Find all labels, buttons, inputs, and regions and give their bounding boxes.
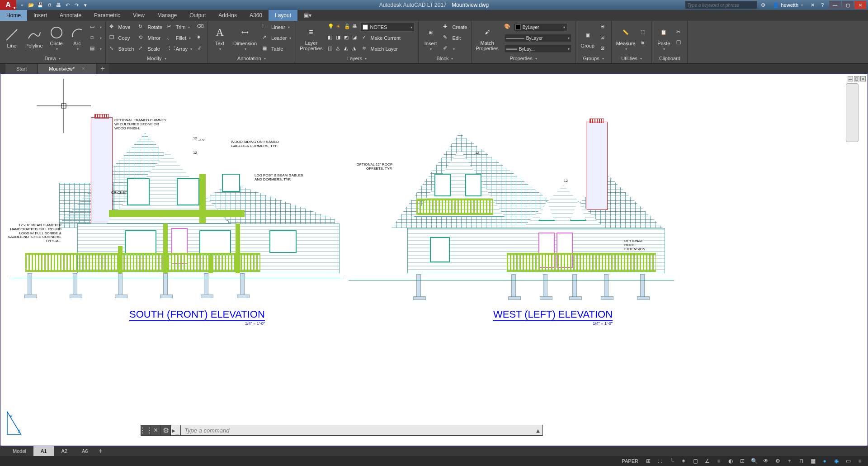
drawing-canvas[interactable]: — ▢ ×: [0, 74, 868, 446]
erase-button[interactable]: ⌫: [195, 22, 206, 32]
edit-block-button[interactable]: ✎Edit: [441, 33, 469, 43]
linear-button[interactable]: ⊢Linear▾: [260, 22, 293, 32]
linetype-dropdown[interactable]: ————ByLayer▾: [504, 34, 572, 42]
close-button[interactable]: ✕: [854, 1, 866, 9]
layout-tab-model[interactable]: Model: [5, 446, 33, 456]
user-menu[interactable]: 👤 hewetth ▾: [769, 2, 807, 8]
panel-modify-label[interactable]: Modify▾: [108, 54, 206, 62]
isolate-icon[interactable]: ●: [819, 456, 830, 466]
array-button[interactable]: ⋮⋮Array▾: [165, 44, 194, 54]
osnap-icon[interactable]: ▢: [690, 456, 701, 466]
measure-button[interactable]: 📏Measure▾: [613, 24, 638, 52]
polyline-button[interactable]: Polyline: [23, 27, 46, 49]
cmd-grip-icon[interactable]: ⋮⋮: [141, 425, 151, 435]
layer-tool-icon[interactable]: ◮: [352, 45, 359, 52]
panel-annotation-label[interactable]: Annotation▾: [210, 54, 293, 62]
cmd-history-icon[interactable]: ▴: [533, 425, 542, 435]
color-icon[interactable]: 🎨: [504, 24, 511, 31]
text-button[interactable]: AText▾: [210, 24, 230, 52]
cmd-close-icon[interactable]: ×: [151, 425, 161, 435]
tab-a360[interactable]: A360: [243, 10, 269, 21]
layer-tool-icon[interactable]: ◧: [328, 34, 335, 42]
help-icon[interactable]: ?: [818, 1, 826, 9]
tab-output[interactable]: Output: [183, 10, 212, 21]
circle-button[interactable]: Circle▾: [47, 24, 66, 52]
layer-dropdown[interactable]: NOTES▾: [360, 23, 415, 32]
offset-button[interactable]: ⫽: [195, 44, 206, 54]
insert-button[interactable]: ⊞Insert▾: [420, 24, 440, 52]
panel-utilities-label[interactable]: Utilities▾: [613, 54, 650, 62]
tab-insert[interactable]: Insert: [27, 10, 53, 21]
leader-button[interactable]: ↗Leader▾: [260, 33, 293, 43]
panel-groups-label[interactable]: Groups▾: [578, 54, 609, 62]
match-properties-button[interactable]: 🖌Match Properties: [473, 24, 501, 52]
match-layer-button[interactable]: ◫ ◬ ◭ ◮ ≋Match Layer: [326, 44, 416, 54]
clean-icon[interactable]: ▭: [843, 456, 854, 466]
dimension-button[interactable]: ⟷Dimension▾: [231, 24, 259, 52]
layer-tool-icon[interactable]: ◪: [352, 34, 359, 42]
layout-tab-a1[interactable]: A1: [33, 446, 54, 456]
paste-button[interactable]: 📋Paste▾: [654, 24, 674, 52]
new-tab-button[interactable]: +: [96, 64, 109, 74]
tab-view[interactable]: View: [127, 10, 151, 21]
group-button[interactable]: ▣Group: [578, 27, 598, 49]
app-logo[interactable]: A: [0, 0, 16, 10]
panel-layers-label[interactable]: Layers▾: [297, 54, 416, 62]
redo-icon[interactable]: ↷: [72, 1, 80, 9]
tab-parametric[interactable]: Parametric: [88, 10, 127, 21]
new-icon[interactable]: ▫: [18, 1, 26, 9]
grid-icon[interactable]: ⊞: [643, 456, 654, 466]
tab-featured-apps-icon[interactable]: ▣▾: [297, 10, 318, 21]
quickprops-icon[interactable]: ▦: [807, 456, 818, 466]
stretch-button[interactable]: ⤡Stretch: [108, 44, 136, 54]
make-current-button[interactable]: ◧ ◨ ◩ ◪ ✓Make Current: [326, 33, 416, 43]
fillet-button[interactable]: ◟Fillet▾: [165, 33, 194, 43]
create-block-button[interactable]: ✚Create: [441, 22, 469, 32]
lwt-icon[interactable]: ≡: [713, 456, 724, 466]
annovisibility-icon[interactable]: 👁: [760, 456, 771, 466]
exchange-icon[interactable]: ✕: [808, 1, 816, 9]
cmd-options-icon[interactable]: ⚙: [161, 425, 171, 435]
annomonitor-icon[interactable]: +: [784, 456, 795, 466]
arc-button[interactable]: Arc▾: [67, 24, 87, 52]
layer-tool-icon[interactable]: ◩: [344, 34, 351, 42]
annoscale-icon[interactable]: 🔍: [749, 456, 760, 466]
rotate-button[interactable]: ↻Rotate: [137, 22, 164, 32]
layer-properties-button[interactable]: ☰Layer Properties: [297, 24, 325, 52]
customize-icon[interactable]: ≡: [854, 456, 865, 466]
copy-clip-button[interactable]: ❐: [675, 38, 685, 48]
tab-annotate[interactable]: Annotate: [53, 10, 88, 21]
save-icon[interactable]: 💾: [36, 1, 44, 9]
vp-max-icon[interactable]: ▢: [854, 76, 859, 81]
file-tab-mountview[interactable]: Mountview*×: [38, 64, 96, 74]
transparency-icon[interactable]: ◐: [725, 456, 736, 466]
panel-draw-label[interactable]: Draw▾: [2, 54, 104, 62]
undo-icon[interactable]: ↶: [63, 1, 71, 9]
close-tab-icon[interactable]: ×: [82, 66, 85, 72]
minimize-button[interactable]: —: [829, 1, 841, 9]
maximize-button[interactable]: ▢: [842, 1, 854, 9]
line-button[interactable]: Line: [2, 27, 22, 49]
infocenter-icon[interactable]: ⚙: [759, 1, 767, 9]
ungroup-button[interactable]: ⊟: [599, 22, 609, 32]
rectangle-button[interactable]: ▭▾: [88, 22, 104, 32]
layout-tab-a2[interactable]: A2: [54, 446, 74, 456]
copy-button[interactable]: ❐Copy: [108, 33, 136, 43]
tab-home[interactable]: Home: [0, 10, 27, 21]
group-select-button[interactable]: ⊠: [599, 44, 609, 54]
plot-icon[interactable]: 🖶: [54, 1, 62, 9]
explode-button[interactable]: ✷: [195, 33, 206, 43]
otrack-icon[interactable]: ∠: [702, 456, 712, 466]
lineweight-dropdown[interactable]: ━━━━ByLay...▾: [504, 45, 572, 53]
cmd-prompt-icon[interactable]: ▸_: [171, 425, 181, 435]
vp-close-icon[interactable]: ×: [860, 76, 866, 81]
bulb-icon[interactable]: 💡: [328, 24, 335, 31]
file-tab-start[interactable]: Start: [5, 64, 38, 74]
tab-addins[interactable]: Add-ins: [212, 10, 243, 21]
units-icon[interactable]: ⊓: [796, 456, 807, 466]
qp-icon[interactable]: ⊡: [737, 456, 748, 466]
ellipse-button[interactable]: ⬭▾: [88, 33, 104, 43]
panel-properties-label[interactable]: Properties▾: [473, 54, 574, 62]
polar-icon[interactable]: ✶: [678, 456, 689, 466]
workspace-icon[interactable]: ⚙: [772, 456, 783, 466]
